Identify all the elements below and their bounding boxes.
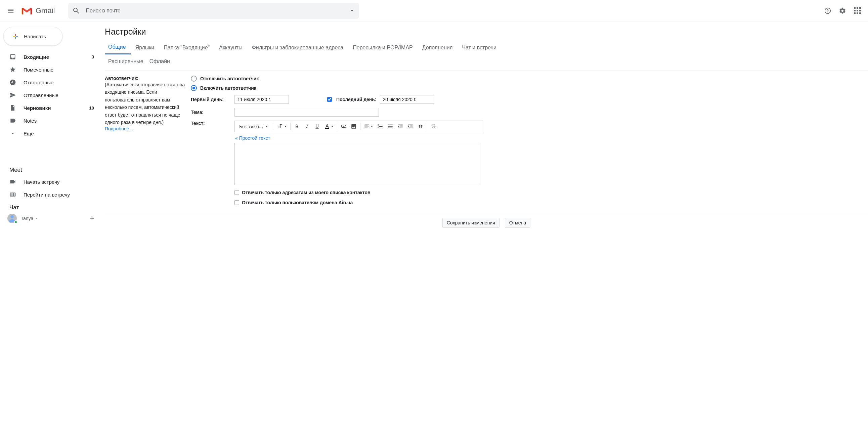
tab-filters[interactable]: Фильтры и заблокированные адреса <box>252 41 348 54</box>
indent-more-button[interactable] <box>405 121 415 132</box>
chat-status-dropdown-icon[interactable] <box>35 218 38 219</box>
gear-icon <box>839 7 846 14</box>
settings-tabs: Общие Ярлыки Папка "Входящие" Аккаунты Ф… <box>105 41 868 54</box>
image-button[interactable] <box>349 121 359 132</box>
presence-dot-icon <box>14 220 18 224</box>
tab-accounts[interactable]: Аккаунты <box>219 41 247 54</box>
sidebar-item-snoozed[interactable]: Отложенные <box>2 76 101 89</box>
font-size-button[interactable] <box>275 121 289 132</box>
clock-icon <box>9 79 16 86</box>
compose-button[interactable]: Написать <box>3 27 62 46</box>
plain-text-link[interactable]: « Простой текст <box>235 135 270 141</box>
align-icon <box>364 123 370 129</box>
sidebar-item-inbox[interactable]: Входящие 3 <box>2 51 101 63</box>
help-icon <box>824 7 831 14</box>
apps-grid-icon <box>854 7 861 14</box>
tab-chat-meet[interactable]: Чат и встречи <box>462 41 501 54</box>
font-size-icon <box>277 123 283 129</box>
search-input[interactable] <box>85 7 355 14</box>
chat-user-name: Tanya <box>21 216 33 221</box>
sidebar-item-label: Отложенные <box>24 80 54 85</box>
align-button[interactable] <box>362 121 375 132</box>
sidebar-item-drafts[interactable]: Черновики 10 <box>2 101 101 114</box>
hamburger-icon <box>7 7 14 14</box>
sidebar-item-sent[interactable]: Отправленные <box>2 89 101 101</box>
domain-only-row[interactable]: Отвечать только пользователям домена Ain… <box>235 200 483 205</box>
sidebar-item-starred[interactable]: Помеченные <box>2 63 101 76</box>
remove-format-button[interactable] <box>429 121 439 132</box>
indent-less-button[interactable] <box>395 121 405 132</box>
first-day-input[interactable] <box>235 95 289 104</box>
last-day-checkbox[interactable] <box>327 97 332 102</box>
search-options-dropdown-icon[interactable] <box>350 10 354 11</box>
inbox-icon <box>9 53 16 60</box>
underline-button[interactable] <box>312 121 322 132</box>
message-body-editor[interactable] <box>235 143 480 185</box>
meet-join[interactable]: Перейти на встречу <box>2 188 101 201</box>
tab-offline[interactable]: Офлайн <box>150 56 170 66</box>
search-bar[interactable] <box>68 3 359 19</box>
autoresponder-off-radio[interactable]: Отключить автоответчик <box>191 75 868 82</box>
send-icon <box>9 92 16 98</box>
tab-labels[interactable]: Ярлыки <box>135 41 159 54</box>
sidebar-item-label: Входящие <box>24 54 49 60</box>
main-menu-button[interactable] <box>4 4 18 18</box>
tab-general[interactable]: Общие <box>105 41 131 54</box>
tab-advanced[interactable]: Расширенные <box>108 56 144 66</box>
tab-forwarding[interactable]: Пересылка и POP/IMAP <box>353 41 417 54</box>
file-icon <box>9 104 16 111</box>
bullet-list-button[interactable] <box>385 121 395 132</box>
help-button[interactable] <box>821 4 834 18</box>
autoresponder-on-radio[interactable]: Включить автоответчик <box>191 85 868 91</box>
compose-plus-icon <box>12 33 19 40</box>
text-color-icon <box>324 123 330 129</box>
autoresponder-label: Автоответчик: <box>105 75 187 81</box>
last-day-input[interactable] <box>380 95 434 104</box>
gmail-envelope-icon <box>22 7 32 15</box>
numbered-list-button[interactable] <box>375 121 385 132</box>
star-icon <box>9 66 16 73</box>
font-family-select[interactable]: Без засеч… <box>235 121 272 132</box>
learn-more-link[interactable]: Подробнее... <box>105 126 133 131</box>
bold-button[interactable] <box>292 121 302 132</box>
link-button[interactable] <box>339 121 349 132</box>
settings-tabs-row2: Расширенные Офлайн <box>105 54 868 68</box>
sidebar-item-more[interactable]: Ещё <box>2 127 101 140</box>
quote-button[interactable] <box>415 121 426 132</box>
dropdown-icon <box>266 126 268 127</box>
settings-button[interactable] <box>836 4 849 18</box>
avatar <box>7 214 17 223</box>
date-range-row: Первый день: Последний день: <box>191 95 868 104</box>
meet-heading: Meet <box>2 163 101 175</box>
italic-button[interactable] <box>302 121 312 132</box>
remove-format-icon <box>431 123 437 129</box>
contacts-only-row[interactable]: Отвечать только адресатам из моего списк… <box>235 190 483 195</box>
cancel-button[interactable]: Отмена <box>505 218 530 228</box>
radio-checked-icon <box>191 85 197 91</box>
indent-more-icon <box>407 123 413 129</box>
tab-addons[interactable]: Дополнения <box>422 41 458 54</box>
svg-rect-0 <box>22 8 24 14</box>
dropdown-icon <box>284 126 287 127</box>
sidebar-item-notes[interactable]: Notes <box>2 114 101 127</box>
link-icon <box>341 123 347 129</box>
inbox-count: 3 <box>92 54 94 59</box>
settings-footer: Сохранить изменения Отмена <box>105 214 868 231</box>
save-button[interactable]: Сохранить изменения <box>442 218 499 228</box>
underline-icon <box>314 123 320 129</box>
section-body: Отключить автоответчик Включить автоотве… <box>191 75 868 209</box>
add-chat-button[interactable]: + <box>90 214 94 223</box>
text-color-button[interactable] <box>322 121 336 132</box>
checkbox-icon <box>235 200 239 205</box>
meet-start[interactable]: Начать встречу <box>2 175 101 188</box>
gmail-logo[interactable]: Gmail <box>20 6 55 15</box>
numbered-list-icon <box>377 123 383 129</box>
tab-inbox[interactable]: Папка "Входящие" <box>163 41 214 54</box>
chat-user-row[interactable]: Tanya + <box>2 213 101 224</box>
search-wrap <box>68 3 359 19</box>
keyboard-icon <box>9 191 16 198</box>
apps-button[interactable] <box>850 4 864 18</box>
sidebar-item-label: Ещё <box>24 131 34 137</box>
contacts-only-label: Отвечать только адресатам из моего списк… <box>242 190 371 195</box>
subject-input[interactable] <box>235 108 379 117</box>
